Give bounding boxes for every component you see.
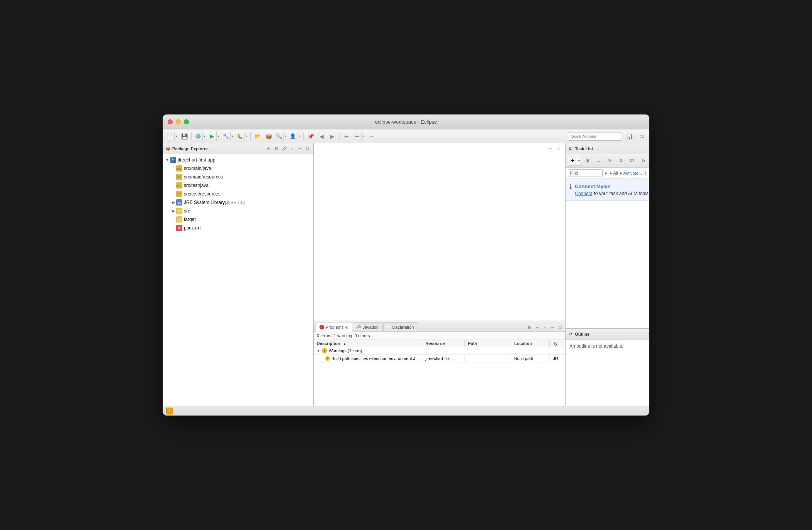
problems-menu-btn[interactable]: ▿ xyxy=(541,324,548,331)
outline-sync-icon: ⊗ xyxy=(648,332,649,336)
build-button[interactable]: ⚙️ xyxy=(194,132,202,141)
task-find-input[interactable] xyxy=(568,169,603,177)
tree-item-jre[interactable]: ▶ ☕ JRE System Library [J2SE-1.5] xyxy=(163,198,313,207)
back-button[interactable]: ⬅ xyxy=(341,131,352,141)
run-dropdown[interactable]: ▼ xyxy=(216,132,220,141)
tree-item-pom[interactable]: M pom.xml xyxy=(163,224,313,232)
profile-button[interactable]: 👤 xyxy=(289,132,297,141)
profile-dropdown[interactable]: ▼ xyxy=(297,132,301,141)
forward-button[interactable]: ➡ xyxy=(353,132,361,141)
task-list-header: ☑ Task List ⊗ ─ □ xyxy=(566,143,649,154)
next-button[interactable]: → xyxy=(366,131,376,141)
search-dropdown[interactable]: ▼ xyxy=(283,132,287,141)
search-button[interactable]: 🔍 xyxy=(275,132,283,141)
debug-dropdown[interactable]: ▼ xyxy=(244,132,248,141)
profile-combo[interactable]: 👤 ▼ xyxy=(288,131,301,141)
external-tools-dropdown[interactable]: ▼ xyxy=(230,132,234,141)
forward-combo[interactable]: ➡ ▼ xyxy=(352,131,365,141)
view-menu-button[interactable]: ▿ xyxy=(289,145,296,152)
task-filter-btn[interactable]: ⊞ xyxy=(582,156,592,166)
new-console-btn[interactable]: ⊕ xyxy=(526,324,533,331)
view-button[interactable]: 🗂 xyxy=(637,131,647,141)
expand-placeholder-6 xyxy=(171,225,176,231)
outline-icon: 🗂 xyxy=(568,331,573,337)
tree-item-project[interactable]: ▼ M jfreechart-first-app xyxy=(163,156,313,164)
eclipse-window: eclipse-workspace - Eclipse 📄 ▼ 💾 ⚙️ ▼ ▶… xyxy=(163,114,649,416)
warnings-group-row[interactable]: ▼ ! Warnings (1 item) xyxy=(314,347,565,355)
perspective-button[interactable]: 📊 xyxy=(624,131,634,141)
new-file-button[interactable]: 📄 xyxy=(166,132,174,141)
warning-type-cell: JR xyxy=(550,355,565,362)
problems-sync-btn[interactable]: ● xyxy=(533,324,540,331)
group-expand-arrow[interactable]: ▼ xyxy=(317,349,320,353)
task-remove-btn[interactable]: ✗ xyxy=(616,156,626,166)
tree-item-src-test-java[interactable]: src src/test/java xyxy=(163,181,313,190)
link-with-editor-button[interactable]: 🔗 xyxy=(281,145,288,152)
tab-problems[interactable]: ! Problems ⊗ xyxy=(315,323,352,332)
quick-access-input[interactable] xyxy=(568,132,622,141)
editor-minimize-btn[interactable]: ─ xyxy=(547,145,554,152)
open-type-button[interactable]: 📦 xyxy=(263,131,273,141)
run-button[interactable]: ▶ xyxy=(208,132,216,141)
project-expand[interactable]: ▼ xyxy=(165,157,170,163)
problems-table[interactable]: Description ▲ Resource Path Location Ty … xyxy=(314,340,565,406)
external-tools-combo[interactable]: 🔧 ▼ xyxy=(221,131,234,141)
tree-item-src[interactable]: ▶ 📁 src xyxy=(163,207,313,215)
task-sync-btn[interactable]: ↻ xyxy=(638,156,648,166)
editor-area[interactable]: ─ □ xyxy=(314,143,565,321)
run-combo[interactable]: ▶ ▼ xyxy=(207,131,221,141)
minimize-button[interactable] xyxy=(176,119,181,124)
new-task-combo[interactable]: ✚ ▼ xyxy=(568,156,581,166)
jre-expand[interactable]: ▶ xyxy=(171,200,176,205)
tab-javadoc-label: Javadoc xyxy=(363,325,379,330)
task-group-btn[interactable]: ≡ xyxy=(593,156,603,166)
tab-declaration[interactable]: ☰ Declaration xyxy=(383,322,418,331)
close-button[interactable] xyxy=(168,119,173,124)
problems-minimize-btn[interactable]: ─ xyxy=(549,324,556,331)
editor-maximize-btn[interactable]: □ xyxy=(555,145,562,152)
new-task-btn[interactable]: ✚ xyxy=(568,156,577,165)
problems-maximize-btn[interactable]: □ xyxy=(557,324,564,331)
new-file-dropdown[interactable]: ▼ xyxy=(174,132,178,141)
build-combo[interactable]: ⚙️ ▼ xyxy=(194,131,207,141)
external-tools-button[interactable]: 🔧 xyxy=(222,132,230,141)
task-mark-btn[interactable]: ☑ xyxy=(627,156,637,166)
main-area: 📦 Package Explorer ⊗ ⊟ 🔗 ▿ ─ □ ▼ M jfree… xyxy=(163,143,649,406)
status-warning-icon[interactable]: ! xyxy=(166,408,173,414)
label-pom: pom.xml xyxy=(184,225,201,231)
maximize-button[interactable] xyxy=(184,119,189,124)
build-dropdown[interactable]: ▼ xyxy=(202,132,206,141)
center-panel: ─ □ ! Problems ⊗ @ Javadoc xyxy=(314,143,565,406)
debug-combo[interactable]: 🐛 ▼ xyxy=(235,131,248,141)
new-task-dropdown[interactable]: ▼ xyxy=(577,156,581,165)
project-tree[interactable]: ▼ M jfreechart-first-app src src/main/ja… xyxy=(163,154,313,406)
forward-dropdown[interactable]: ▼ xyxy=(361,132,365,141)
tree-item-src-main-resources[interactable]: src src/main/resources xyxy=(163,173,313,181)
all-tasks-filter[interactable]: ▶ All xyxy=(610,171,618,175)
new-file-combo[interactable]: 📄 ▼ xyxy=(165,131,178,141)
warning-row-1[interactable]: ! Build path specifies execution environ… xyxy=(314,355,565,362)
src-expand[interactable]: ▶ xyxy=(171,208,176,214)
activate-link[interactable]: ▶ Activate... xyxy=(620,171,642,175)
minimize-panel-button[interactable]: ─ xyxy=(296,145,303,152)
connect-link[interactable]: Connect xyxy=(575,191,592,196)
tree-item-src-main-java[interactable]: src src/main/java xyxy=(163,164,313,173)
pin-button[interactable]: 📌 xyxy=(306,131,316,141)
tab-javadoc[interactable]: @ Javadoc xyxy=(353,322,382,331)
maximize-panel-button[interactable]: □ xyxy=(304,145,311,152)
task-edit-btn[interactable]: ✎ xyxy=(605,156,615,166)
help-icon[interactable]: ? xyxy=(644,171,647,175)
warnings-group-label: Warnings (1 item) xyxy=(329,348,362,353)
save-button[interactable]: 💾 xyxy=(179,131,189,141)
debug-button[interactable]: 🐛 xyxy=(236,132,244,141)
search-combo[interactable]: 🔍 ▼ xyxy=(274,131,287,141)
prev-edit-button[interactable]: ◀ xyxy=(316,131,326,141)
tree-item-target[interactable]: 📁 target xyxy=(163,215,313,224)
separator-3 xyxy=(303,132,304,140)
open-task-button[interactable]: 📂 xyxy=(253,131,263,141)
sort-arrow[interactable]: ▲ xyxy=(343,342,347,346)
collapse-all-button[interactable]: ⊟ xyxy=(273,145,280,152)
next-edit-button[interactable]: ▶ xyxy=(327,131,337,141)
right-panel: ☑ Task List ⊗ ─ □ ✚ ▼ ⊞ ≡ ✎ ✗ xyxy=(565,143,649,406)
tree-item-src-test-resources[interactable]: src src/test/resources xyxy=(163,190,313,198)
